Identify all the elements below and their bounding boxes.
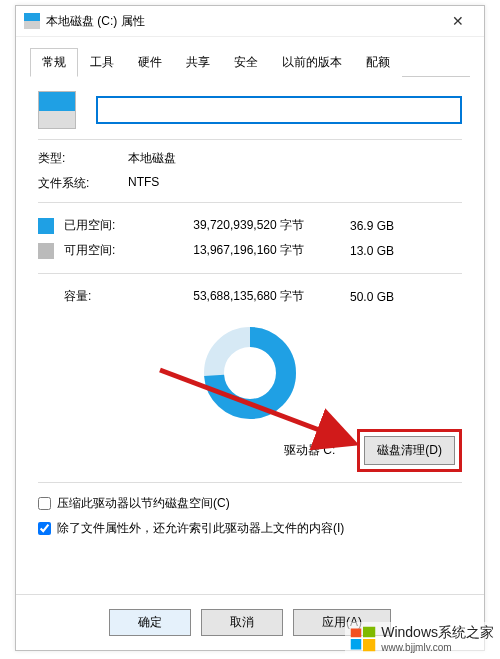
divider [38, 139, 462, 140]
used-bytes: 39,720,939,520 字节 [144, 217, 324, 234]
svg-rect-4 [363, 626, 375, 637]
tab-sharing[interactable]: 共享 [174, 48, 222, 77]
watermark-url: www.bjjmlv.com [381, 642, 494, 653]
capacity-bytes: 53,688,135,680 字节 [144, 288, 324, 305]
filesystem-label: 文件系统: [38, 175, 128, 192]
cancel-button[interactable]: 取消 [201, 609, 283, 636]
tab-content-general: 类型: 本地磁盘 文件系统: NTFS 已用空间: 39,720,939,520… [16, 77, 484, 537]
disk-cleanup-button[interactable]: 磁盘清理(D) [364, 436, 455, 465]
index-checkbox[interactable] [38, 522, 51, 535]
watermark: Windows系统之家 www.bjjmlv.com [345, 622, 496, 655]
tab-hardware[interactable]: 硬件 [126, 48, 174, 77]
capacity-gb: 50.0 GB [324, 290, 394, 304]
compress-checkbox[interactable] [38, 497, 51, 510]
divider [38, 202, 462, 203]
compress-checkbox-row[interactable]: 压缩此驱动器以节约磁盘空间(C) [38, 495, 462, 512]
table-row: 可用空间: 13,967,196,160 字节 13.0 GB [38, 238, 462, 263]
table-row: 已用空间: 39,720,939,520 字节 36.9 GB [38, 213, 462, 238]
tab-previous[interactable]: 以前的版本 [270, 48, 354, 77]
free-swatch-icon [38, 243, 54, 259]
tab-tools[interactable]: 工具 [78, 48, 126, 77]
titlebar[interactable]: 本地磁盘 (C:) 属性 ✕ [16, 6, 484, 37]
windows-logo-icon [349, 625, 377, 653]
drive-caption: 驱动器 C: [284, 442, 335, 459]
capacity-label: 容量: [64, 288, 144, 305]
usage-donut-chart [200, 323, 300, 423]
tab-security[interactable]: 安全 [222, 48, 270, 77]
svg-rect-3 [351, 628, 362, 637]
free-label: 可用空间: [64, 242, 144, 259]
ok-button[interactable]: 确定 [109, 609, 191, 636]
window-title: 本地磁盘 (C:) 属性 [46, 13, 438, 30]
used-swatch-icon [38, 218, 54, 234]
free-gb: 13.0 GB [324, 244, 394, 258]
tab-strip: 常规 工具 硬件 共享 安全 以前的版本 配额 [30, 47, 470, 77]
watermark-title: Windows系统之家 [381, 624, 494, 640]
properties-dialog: 本地磁盘 (C:) 属性 ✕ 常规 工具 硬件 共享 安全 以前的版本 配额 类… [15, 5, 485, 651]
free-bytes: 13,967,196,160 字节 [144, 242, 324, 259]
tab-general[interactable]: 常规 [30, 48, 78, 77]
used-label: 已用空间: [64, 217, 144, 234]
compress-checkbox-label: 压缩此驱动器以节约磁盘空间(C) [57, 495, 230, 512]
close-icon[interactable]: ✕ [438, 7, 478, 35]
drive-label-input[interactable] [96, 96, 462, 124]
divider [38, 273, 462, 274]
svg-rect-5 [351, 639, 362, 650]
drive-icon [24, 13, 40, 29]
drive-large-icon [38, 91, 76, 129]
divider [38, 482, 462, 483]
table-row: 容量: 53,688,135,680 字节 50.0 GB [38, 284, 462, 309]
annotation-highlight: 磁盘清理(D) [357, 429, 462, 472]
type-value: 本地磁盘 [128, 150, 462, 167]
filesystem-value: NTFS [128, 175, 462, 192]
space-table: 已用空间: 39,720,939,520 字节 36.9 GB 可用空间: 13… [38, 213, 462, 263]
tab-quota[interactable]: 配额 [354, 48, 402, 77]
svg-rect-6 [363, 639, 375, 651]
index-checkbox-label: 除了文件属性外，还允许索引此驱动器上文件的内容(I) [57, 520, 344, 537]
type-label: 类型: [38, 150, 128, 167]
used-gb: 36.9 GB [324, 219, 394, 233]
index-checkbox-row[interactable]: 除了文件属性外，还允许索引此驱动器上文件的内容(I) [38, 520, 462, 537]
